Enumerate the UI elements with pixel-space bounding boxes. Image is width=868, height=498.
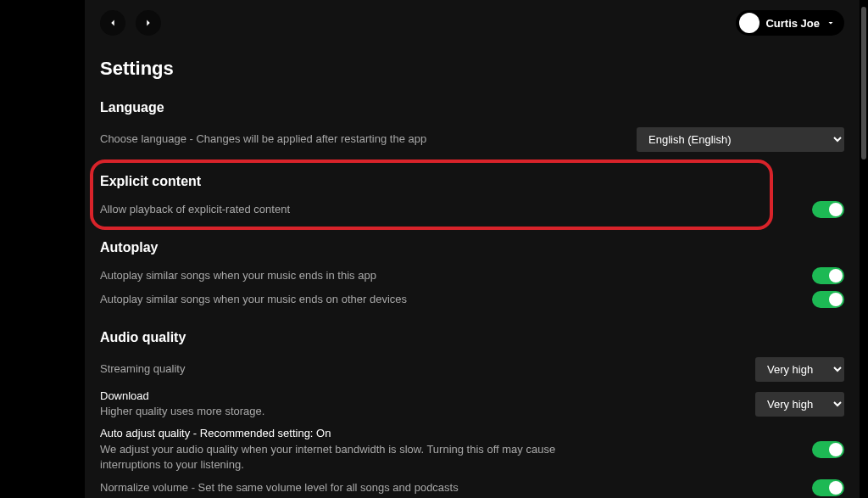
user-name-label: Curtis Joe [765, 17, 820, 30]
nav-back-button[interactable] [100, 10, 125, 36]
download-row: Download Higher quality uses more storag… [100, 385, 844, 422]
caret-down-icon [826, 18, 836, 28]
auto-adjust-text: Auto adjust quality - Recommended settin… [100, 426, 558, 473]
autoplay-desc-2: Autoplay similar songs when your music e… [100, 292, 795, 307]
audio-heading: Audio quality [100, 330, 844, 345]
explicit-heading: Explicit content [100, 174, 844, 189]
scrollbar[interactable] [861, 7, 866, 159]
autoplay-toggle-1[interactable] [812, 267, 844, 284]
download-sub: Higher quality uses more storage. [100, 405, 264, 417]
main-panel: Curtis Joe Settings Language Choose lang… [85, 0, 860, 498]
auto-adjust-toggle[interactable] [812, 441, 844, 458]
autoplay-heading: Autoplay [100, 240, 844, 255]
normalize-label: Normalize volume - Set the same volume l… [100, 480, 795, 495]
user-menu-button[interactable]: Curtis Joe [736, 10, 844, 36]
chevron-right-icon [142, 17, 154, 29]
explicit-row: Allow playback of explicit-rated content [100, 198, 844, 221]
auto-adjust-row: Auto adjust quality - Recommended settin… [100, 422, 844, 476]
topbar: Curtis Joe [85, 0, 860, 46]
streaming-label: Streaming quality [100, 361, 738, 377]
autoplay-row-1: Autoplay similar songs when your music e… [100, 264, 844, 288]
avatar [739, 13, 760, 33]
streaming-row: Streaming quality Very high [100, 354, 844, 385]
left-gutter [0, 0, 81, 498]
explicit-description: Allow playback of explicit-rated content [100, 202, 795, 217]
nav-forward-button[interactable] [136, 10, 161, 36]
autoplay-desc-1: Autoplay similar songs when your music e… [100, 268, 795, 283]
autoplay-row-2: Autoplay similar songs when your music e… [100, 288, 844, 311]
chevron-left-icon [107, 17, 119, 29]
download-select[interactable]: Very high [755, 392, 844, 417]
download-label: Download [100, 389, 149, 402]
settings-content: Settings Language Choose language - Chan… [85, 58, 860, 498]
language-select[interactable]: English (English) [637, 127, 844, 152]
normalize-row: Normalize volume - Set the same volume l… [100, 476, 844, 498]
streaming-select[interactable]: Very high [755, 357, 844, 382]
auto-adjust-label: Auto adjust quality - Recommended settin… [100, 427, 331, 439]
auto-adjust-sub: We adjust your audio quality when your i… [100, 443, 555, 471]
normalize-toggle[interactable] [812, 479, 844, 496]
language-row: Choose language - Changes will be applie… [100, 124, 844, 155]
explicit-toggle[interactable] [812, 201, 844, 218]
language-heading: Language [100, 100, 844, 115]
nav-buttons [100, 10, 161, 36]
page-title: Settings [100, 58, 844, 80]
autoplay-toggle-2[interactable] [812, 291, 844, 308]
download-text: Download Higher quality uses more storag… [100, 389, 738, 419]
language-description: Choose language - Changes will be applie… [100, 131, 620, 147]
